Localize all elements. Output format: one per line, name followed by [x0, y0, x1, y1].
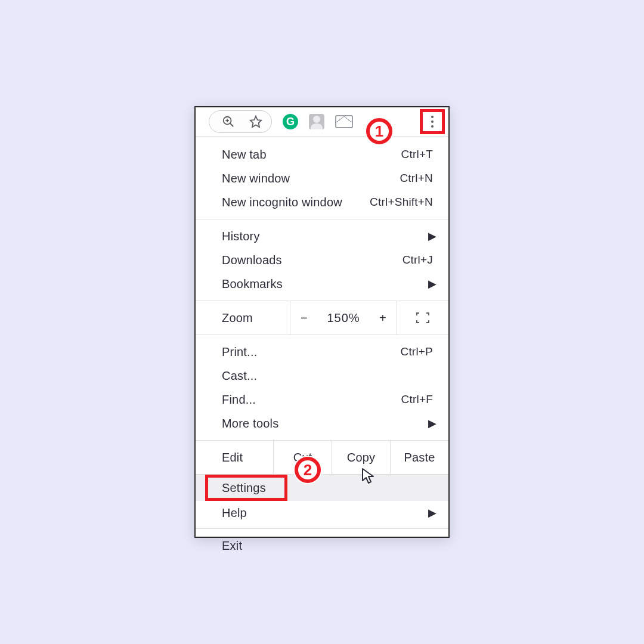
menu-label: History	[222, 230, 260, 243]
browser-toolbar: G	[196, 107, 448, 137]
menu-item-exit[interactable]: Exit	[196, 534, 448, 558]
zoom-out-button[interactable]: −	[290, 301, 318, 335]
menu-label: New window	[222, 172, 290, 185]
menu-shortcut: Ctrl+J	[402, 253, 433, 267]
menu-label: Exit	[222, 539, 242, 553]
menu-item-bookmarks[interactable]: Bookmarks ▶	[196, 272, 448, 296]
menu-item-new-window[interactable]: New window Ctrl+N	[196, 166, 448, 190]
menu-label: Help	[222, 506, 247, 520]
menu-item-new-tab[interactable]: New tab Ctrl+T	[196, 143, 448, 166]
menu-label: New incognito window	[222, 196, 342, 209]
menu-label: New tab	[222, 148, 267, 162]
submenu-caret-icon: ▶	[428, 230, 436, 243]
submenu-caret-icon: ▶	[428, 417, 436, 430]
toolbar-tab-group	[209, 110, 272, 133]
svg-line-1	[230, 123, 234, 127]
star-icon[interactable]	[247, 113, 264, 130]
zoom-in-button[interactable]: +	[369, 301, 397, 335]
submenu-caret-icon: ▶	[428, 506, 436, 519]
edit-copy-button[interactable]: Copy	[332, 441, 390, 474]
menu-label: More tools	[222, 417, 278, 431]
menu-shortcut: Ctrl+Shift+N	[370, 196, 433, 209]
menu-label: Downloads	[222, 253, 282, 267]
menu-label: Print...	[222, 345, 257, 359]
edit-paste-button[interactable]: Paste	[390, 441, 448, 474]
menu-item-zoom: Zoom − 150% +	[196, 301, 448, 335]
submenu-caret-icon: ▶	[428, 277, 436, 290]
annotation-step-2: 2	[295, 457, 321, 483]
menu-item-settings[interactable]: Settings	[196, 475, 448, 501]
chrome-menu-button[interactable]	[420, 109, 445, 134]
zoom-level: 150%	[318, 301, 369, 335]
grammarly-extension-icon[interactable]: G	[283, 114, 298, 129]
menu-divider	[196, 528, 448, 529]
menu-label: Zoom	[222, 311, 290, 325]
svg-marker-5	[363, 469, 373, 483]
cursor-icon	[361, 467, 374, 484]
menu-divider	[196, 219, 448, 219]
menu-label: Edit	[222, 451, 273, 465]
svg-marker-4	[250, 116, 261, 127]
menu-item-cast[interactable]: Cast...	[196, 364, 448, 388]
menu-shortcut: Ctrl+N	[400, 172, 433, 185]
menu-item-find[interactable]: Find... Ctrl+F	[196, 388, 448, 411]
zoom-in-icon[interactable]	[220, 113, 237, 130]
menu-shortcut: Ctrl+F	[401, 393, 433, 406]
chrome-menu-window: G New tab Ctrl+T New window Ctrl+N New i…	[194, 106, 450, 538]
menu-item-more-tools[interactable]: More tools ▶	[196, 411, 448, 435]
menu-label: Find...	[222, 393, 256, 407]
menu-label: Cast...	[222, 369, 257, 383]
menu-shortcut: Ctrl+T	[401, 148, 433, 161]
annotation-step-1: 1	[366, 118, 392, 144]
menu-label: Bookmarks	[222, 277, 283, 291]
menu-shortcut: Ctrl+P	[400, 345, 433, 358]
menu-label: Settings	[222, 481, 266, 495]
menu-item-help[interactable]: Help ▶	[196, 501, 448, 525]
menu-item-history[interactable]: History ▶	[196, 224, 448, 248]
profile-extension-icon[interactable]	[309, 114, 324, 129]
mail-extension-icon[interactable]	[335, 115, 353, 128]
menu-item-new-incognito[interactable]: New incognito window Ctrl+Shift+N	[196, 190, 448, 214]
fullscreen-button[interactable]	[397, 301, 448, 335]
menu-item-print[interactable]: Print... Ctrl+P	[196, 340, 448, 364]
menu-item-edit: Edit Cut Copy Paste	[196, 440, 448, 475]
menu-item-downloads[interactable]: Downloads Ctrl+J	[196, 248, 448, 272]
